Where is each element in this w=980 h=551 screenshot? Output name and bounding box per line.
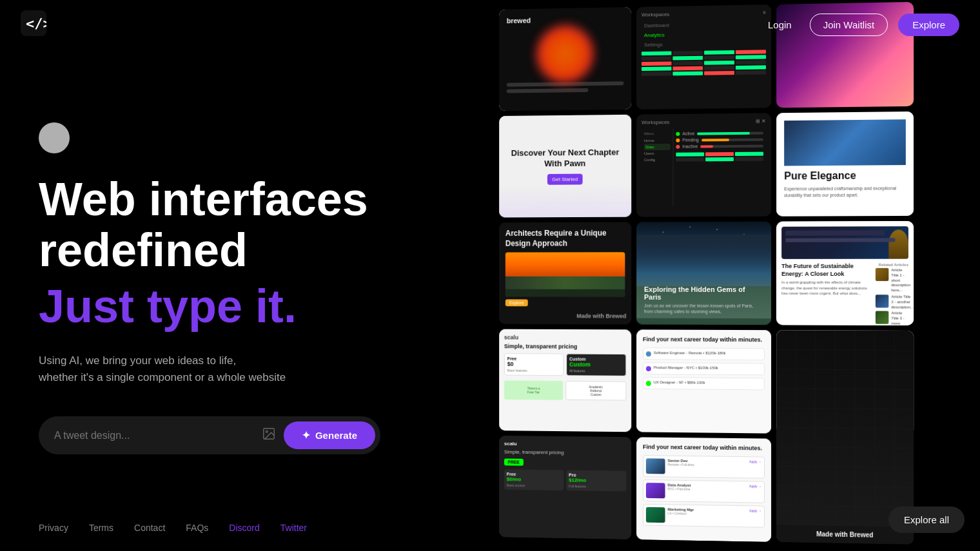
mountains-text-overlay: Exploring the Hidden Gems of Paris Join … <box>644 285 763 314</box>
nav-explore-button[interactable]: Explore <box>898 14 959 36</box>
pure-elegance-text: Experience unparalleled craftsmanship an… <box>784 186 906 199</box>
svg-point-3 <box>266 431 268 433</box>
image-upload-icon[interactable] <box>262 427 276 444</box>
avatar <box>39 122 70 153</box>
pricing-free: Free $0 Basic features <box>504 353 564 376</box>
pure-elegance-image <box>784 119 906 166</box>
pawn-bg <box>499 185 631 217</box>
list-item[interactable]: Discover Your Next Chapter With Pawn Get… <box>499 115 631 218</box>
related-article-1: Article Title 1 - short description here… <box>876 268 908 293</box>
list-item[interactable]: Find your next career today within minut… <box>636 329 771 433</box>
list-item[interactable]: The Future of Sustainable Energy: A Clos… <box>776 221 914 325</box>
footer-faqs[interactable]: FAQs <box>186 523 208 533</box>
career-title-2: Find your next career today within minut… <box>643 443 765 452</box>
pawn-cta-button[interactable]: Get Started <box>547 174 583 185</box>
brewed-watermark: Made with Brewed <box>576 313 626 319</box>
hero-subtitle: Using AI, we bring your web ideas to lif… <box>39 353 432 385</box>
waitlist-button[interactable]: Join Waitlist <box>810 14 888 36</box>
pricing-logo: scalu <box>504 334 626 342</box>
scalu-plans: Free $0/mo Basic access Pro $12/mo Full … <box>504 469 626 491</box>
sustainable-title: The Future of Sustainable Energy: A Clos… <box>781 263 873 278</box>
footer-contact[interactable]: Contact <box>134 523 165 533</box>
architects-image <box>505 252 625 296</box>
list-item[interactable]: Exploring the Hidden Gems of Paris Join … <box>636 222 771 325</box>
hero-title-block: Web interfaces redefined Just type it. <box>39 174 432 353</box>
list-item[interactable]: scalu Simple, transparent pricing Free $… <box>499 329 631 432</box>
scalu-tagline: Simple, transparent pricing <box>504 449 626 456</box>
logo[interactable]: </> <box>21 10 46 39</box>
list-item[interactable]: Architects Require a Unique Design Appro… <box>499 222 631 325</box>
footer-terms[interactable]: Terms <box>89 523 113 533</box>
related-article-2: Article Title 2 - another description... <box>876 295 908 310</box>
footer-discord[interactable]: Discord <box>229 523 259 533</box>
footer-privacy[interactable]: Privacy <box>39 523 68 533</box>
sparkle-icon: ✦ <box>302 429 310 441</box>
generate-button[interactable]: ✦ Generate <box>284 421 375 449</box>
career-item: Software Engineer - Remote • $120k-180k <box>643 347 765 360</box>
brewed-bar2 <box>507 88 589 93</box>
pure-elegance-title: Pure Elegance <box>784 169 906 182</box>
career-item: UX Designer - SF • $90k-130k <box>643 377 765 390</box>
scalu-logo: scalu <box>504 441 626 448</box>
hero-title-line1: Web interfaces redefined <box>39 174 432 276</box>
list-item[interactable]: Workspaces ⊞ ✕ Menu Home Stats Users Con… <box>636 113 771 217</box>
hero-section: Web interfaces redefined Just type it. U… <box>0 0 471 551</box>
pawn-title: Discover Your Next Chapter With Pawn <box>507 147 624 169</box>
login-button[interactable]: Login <box>760 14 799 35</box>
related-article-3: Article Title 3 - more content here <box>876 311 908 325</box>
explore-all-button[interactable]: Explore all <box>888 507 965 533</box>
navbar: </> Login Join Waitlist Explore <box>0 0 980 49</box>
sustainable-hero-image <box>781 226 908 259</box>
grid-table <box>642 50 766 76</box>
list-item[interactable]: Pure Elegance Experience unparalleled cr… <box>776 111 914 217</box>
footer: Privacy Terms Contact FAQs Discord Twitt… <box>39 523 307 533</box>
list-item[interactable]: scalu Simple, transparent pricing FREE F… <box>499 436 631 539</box>
hero-title-purple: Just type it. <box>39 281 432 332</box>
svg-text:</>: </> <box>26 15 46 32</box>
nav-actions: Login Join Waitlist Explore <box>760 14 959 36</box>
career-title: Find your next career today within minut… <box>643 336 765 343</box>
pricing-custom: Custom Custom All features <box>566 354 626 376</box>
architects-title: Architects Require a Unique Design Appro… <box>505 229 625 249</box>
career-list: Software Engineer - Remote • $120k-180k … <box>643 347 765 390</box>
list-item[interactable]: Find your next career today within minut… <box>636 437 771 542</box>
search-input[interactable] <box>54 430 262 441</box>
architects-cta[interactable]: Explore <box>505 300 528 307</box>
career-item: Product Manager - NYC • $100k-150k <box>643 362 765 375</box>
pricing-columns: Free $0 Basic features Custom Custom All… <box>504 353 626 376</box>
gallery: brewed Workspaces ≡ Dashboard Analytics … <box>494 0 980 551</box>
footer-twitter[interactable]: Twitter <box>280 523 307 533</box>
pricing-title: Simple, transparent pricing <box>504 343 626 350</box>
scalu-badge: FREE <box>504 458 524 465</box>
search-bar: ✦ Generate <box>39 416 380 454</box>
